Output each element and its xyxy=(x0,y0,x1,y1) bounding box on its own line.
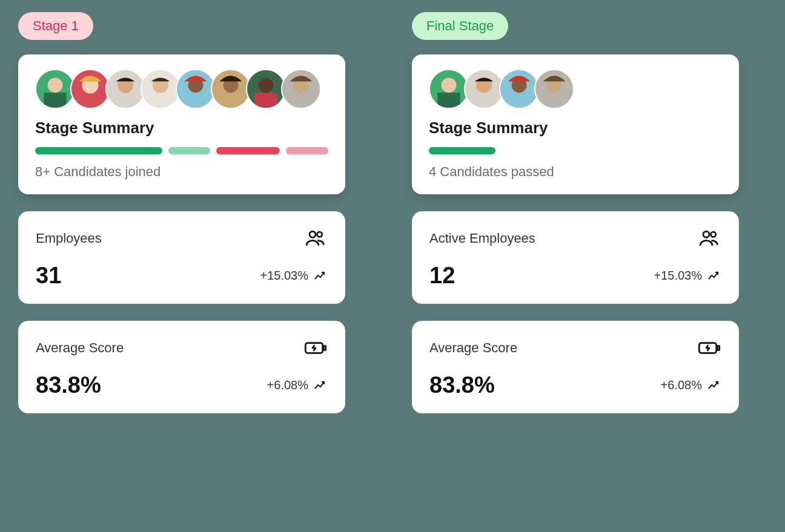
score-card[interactable]: Average Score 83.8% +6.08% xyxy=(412,321,739,413)
trend-up-icon xyxy=(313,378,328,393)
svg-rect-2 xyxy=(44,93,66,108)
metric-value: 12 xyxy=(429,263,455,289)
svg-rect-21 xyxy=(323,346,325,350)
people-icon xyxy=(697,226,721,251)
avatar xyxy=(141,69,181,109)
battery-charging-icon xyxy=(697,336,721,360)
svg-point-32 xyxy=(711,232,716,237)
avatar xyxy=(464,69,504,109)
metric-value: 83.8% xyxy=(429,372,495,398)
stage-badge: Stage 1 xyxy=(18,12,93,40)
metric-value: 83.8% xyxy=(36,372,101,398)
metric-delta: +6.08% xyxy=(661,378,721,393)
metric-delta: +15.03% xyxy=(654,269,721,283)
avatar xyxy=(281,69,321,109)
metric-value: 31 xyxy=(36,263,61,289)
avatar xyxy=(70,69,110,109)
avatar-group xyxy=(35,69,328,109)
svg-point-1 xyxy=(48,77,63,93)
avatar xyxy=(429,69,469,109)
avatar xyxy=(176,69,216,109)
progress-bar xyxy=(429,147,495,154)
metric-label: Active Employees xyxy=(429,231,535,246)
svg-point-31 xyxy=(703,231,709,237)
avatar xyxy=(211,69,251,109)
svg-rect-34 xyxy=(717,346,719,350)
metric-label: Average Score xyxy=(36,340,124,356)
people-icon xyxy=(303,226,328,251)
avatar xyxy=(534,69,574,109)
svg-point-19 xyxy=(317,232,322,237)
metric-delta: +15.03% xyxy=(260,269,328,283)
progress-bar xyxy=(216,147,280,154)
summary-title: Stage Summary xyxy=(429,119,722,137)
metric-label: Employees xyxy=(36,231,102,246)
stage-summary-card[interactable]: Stage Summary 8+ Candidates joined xyxy=(18,54,345,194)
avatar-group xyxy=(429,69,722,109)
avatar xyxy=(35,69,75,109)
summary-subtitle: 8+ Candidates joined xyxy=(35,164,328,180)
trend-up-icon xyxy=(707,269,721,283)
progress-bars xyxy=(429,147,722,154)
svg-rect-15 xyxy=(254,93,277,108)
metric-delta: +6.08% xyxy=(267,378,328,393)
avatar xyxy=(105,69,145,109)
trend-up-icon xyxy=(707,378,721,393)
progress-bar xyxy=(35,147,162,154)
avatar xyxy=(499,69,539,109)
employees-card[interactable]: Employees 31 +15.03% xyxy=(18,211,345,304)
svg-point-18 xyxy=(310,231,316,237)
metric-label: Average Score xyxy=(429,340,517,356)
stage-column-final: Final Stage Stage Summary 4 Candidates p… xyxy=(412,12,739,520)
svg-point-23 xyxy=(442,77,457,93)
score-card[interactable]: Average Score 83.8% +6.08% xyxy=(18,321,345,413)
trend-up-icon xyxy=(313,269,328,283)
svg-rect-24 xyxy=(437,93,460,108)
employees-card[interactable]: Active Employees 12 +15.03% xyxy=(412,211,739,304)
summary-subtitle: 4 Candidates passed xyxy=(429,164,722,180)
stage-summary-card[interactable]: Stage Summary 4 Candidates passed xyxy=(412,54,739,194)
progress-bar xyxy=(168,147,211,154)
battery-charging-icon xyxy=(303,336,328,360)
progress-bars xyxy=(35,147,328,154)
summary-title: Stage Summary xyxy=(35,119,328,137)
stage-badge: Final Stage xyxy=(412,12,508,40)
svg-point-14 xyxy=(259,77,274,93)
progress-bar xyxy=(286,147,328,154)
avatar xyxy=(246,69,286,109)
stage-column-1: Stage 1 Stage Summary 8+ Candidates join… xyxy=(18,12,345,520)
